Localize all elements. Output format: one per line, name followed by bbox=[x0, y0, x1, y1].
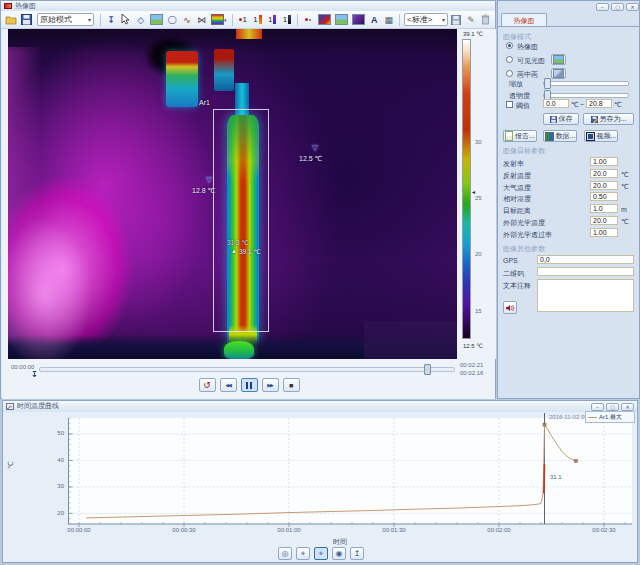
edit-preset-button[interactable]: ✎ bbox=[465, 13, 478, 27]
param-input[interactable] bbox=[590, 169, 618, 178]
marker-up-button[interactable]: ↥ bbox=[350, 547, 364, 560]
fast-forward-button[interactable]: ▶▶ bbox=[262, 378, 279, 392]
left-marker-icon[interactable]: ▽ bbox=[206, 175, 212, 184]
param-input[interactable] bbox=[590, 157, 618, 166]
anchor-tool-button[interactable]: ↧ bbox=[105, 13, 118, 27]
thermal-image[interactable]: Ar1 ▽ 12.8 ℃ ▽ 12.5 ℃ 31.3 ℃ ▲ 39.1 ℃ bbox=[8, 29, 457, 359]
crosshair-icon: ⌖ bbox=[301, 549, 306, 559]
note-textarea[interactable] bbox=[537, 279, 634, 312]
param-input[interactable] bbox=[590, 204, 618, 213]
param-input[interactable] bbox=[590, 228, 618, 237]
cursor-track-button[interactable]: ⌖ bbox=[314, 547, 328, 560]
colorbar-panel: 39.1 ℃ 30 25 20 15 ◄ 12.5 ℃ bbox=[457, 29, 496, 359]
zoom-slider-knob[interactable] bbox=[544, 78, 551, 89]
mode-group-title: 图像模式 bbox=[503, 32, 531, 42]
video-button[interactable]: 视频... bbox=[584, 130, 618, 142]
threshold-min-input[interactable] bbox=[543, 99, 569, 108]
threshold-checkbox[interactable] bbox=[506, 101, 513, 108]
tab-thermal[interactable]: 热像图 bbox=[501, 13, 547, 27]
cursor-tool-button[interactable] bbox=[120, 13, 133, 27]
cursor-arrow-icon bbox=[121, 14, 130, 25]
dock-minimize-button[interactable]: − bbox=[596, 3, 609, 11]
dock-close-button[interactable]: ✕ bbox=[626, 3, 639, 11]
cursor-marker-button[interactable]: ⌖ bbox=[296, 547, 310, 560]
thermal-toolbar: 原始模式 ▾ ↧ ◇ ◯ ∿ ⋈ ▾ 1 1 1 1 A ▦ <标准> ▾ bbox=[1, 11, 495, 29]
save-button[interactable]: 保存 bbox=[543, 113, 579, 125]
timeline-thumb[interactable] bbox=[424, 364, 431, 375]
y-tick-label: 50 bbox=[47, 430, 64, 436]
param-label: 相对湿度 bbox=[503, 194, 531, 204]
toolbar-separator bbox=[100, 14, 101, 26]
palette-preview-2-button[interactable] bbox=[334, 13, 349, 27]
data-button[interactable]: 数据... bbox=[543, 130, 577, 142]
tab-strip-line bbox=[498, 26, 639, 27]
chart-maximize-button[interactable]: ▢ bbox=[606, 403, 619, 411]
marker-1-button[interactable]: 1 bbox=[251, 13, 264, 27]
open-file-button[interactable] bbox=[4, 13, 18, 27]
chart-plot[interactable] bbox=[67, 413, 635, 527]
palette-preview-1-button[interactable] bbox=[317, 13, 332, 27]
report-button[interactable]: 报告... bbox=[503, 130, 537, 142]
gps-input[interactable] bbox=[537, 255, 634, 264]
tab-thermal-label: 热像图 bbox=[514, 17, 535, 24]
text-annotation-button[interactable]: A bbox=[368, 13, 381, 27]
marker-2-button[interactable]: 1 bbox=[266, 13, 279, 27]
show-points-button[interactable]: ◉ bbox=[332, 547, 346, 560]
chart-close-button[interactable]: ✕ bbox=[621, 403, 634, 411]
spot-tool-button[interactable]: ◇ bbox=[134, 13, 147, 27]
video-film-icon bbox=[586, 132, 595, 141]
line-profile-tool-button[interactable]: ⋈ bbox=[195, 13, 208, 27]
green-cup-blob bbox=[224, 341, 254, 359]
visible-image-pick-button[interactable] bbox=[551, 54, 566, 65]
colorbar-pointer-icon[interactable]: ◄ bbox=[471, 189, 476, 195]
arrow-up-icon: ↥ bbox=[354, 549, 361, 558]
timeline-track[interactable] bbox=[39, 367, 455, 372]
radio-thermal-label[interactable]: 热像图 bbox=[517, 42, 538, 52]
marker-3-button[interactable]: 1 bbox=[281, 13, 294, 27]
qr-input[interactable] bbox=[537, 267, 634, 276]
mini-curve-icon bbox=[7, 405, 13, 410]
param-input[interactable] bbox=[590, 181, 618, 190]
colorbar-gradient[interactable] bbox=[462, 39, 471, 339]
hot-spot-marker-button[interactable]: 1 bbox=[236, 13, 249, 27]
audio-note-button[interactable] bbox=[503, 301, 517, 314]
rect-roi-tool-button[interactable] bbox=[149, 13, 164, 27]
pip-pick-button[interactable] bbox=[551, 68, 566, 79]
replay-button[interactable]: ↺ bbox=[199, 378, 216, 392]
dock-maximize-button[interactable]: ▢ bbox=[611, 3, 624, 11]
radio-pip[interactable] bbox=[506, 70, 513, 77]
opacity-slider[interactable] bbox=[543, 93, 629, 98]
pause-icon bbox=[250, 382, 252, 389]
param-unit: ℃ bbox=[621, 183, 629, 191]
y-tick-label: 20 bbox=[47, 510, 64, 516]
x-tick-label: 00:00:30 bbox=[163, 527, 205, 533]
right-marker-icon[interactable]: ▽ bbox=[312, 143, 318, 152]
display-mode-select[interactable]: 原始模式 ▾ bbox=[37, 13, 94, 26]
pause-button[interactable] bbox=[241, 378, 258, 392]
show-curve-button[interactable]: ◎ bbox=[278, 547, 292, 560]
stop-button[interactable]: ■ bbox=[283, 378, 300, 392]
fusion-preset-select[interactable]: <标准> ▾ bbox=[404, 13, 448, 26]
delete-preset-button[interactable] bbox=[479, 13, 492, 27]
save-as-button[interactable]: 另存为... bbox=[583, 113, 634, 125]
chart-window: 时间温度曲线 − ▢ ✕ ℃ 20304050 00:00:0000:00:30… bbox=[2, 400, 638, 563]
roi-rectangle[interactable] bbox=[213, 109, 269, 332]
palette-preview-3-button[interactable] bbox=[351, 13, 366, 27]
histogram-button[interactable]: ▦ bbox=[382, 13, 395, 27]
param-input[interactable] bbox=[590, 192, 618, 201]
zoom-slider[interactable] bbox=[543, 81, 629, 86]
radio-visible[interactable] bbox=[506, 56, 513, 63]
save-preset-button[interactable] bbox=[450, 13, 463, 27]
save-file-button[interactable] bbox=[20, 13, 33, 27]
rewind-button[interactable]: ◀◀ bbox=[220, 378, 237, 392]
ellipse-roi-tool-button[interactable]: ◯ bbox=[166, 13, 179, 27]
radio-visible-label[interactable]: 可见光图 bbox=[517, 56, 545, 66]
radio-thermal[interactable] bbox=[506, 42, 513, 49]
threshold-max-input[interactable] bbox=[586, 99, 612, 108]
palette-tool-button[interactable]: ▾ bbox=[210, 13, 228, 27]
dot-tool-button[interactable] bbox=[302, 13, 315, 27]
center-marker-icon[interactable]: ▲ bbox=[231, 248, 237, 254]
chart-minimize-button[interactable]: − bbox=[591, 403, 604, 411]
param-input[interactable] bbox=[590, 216, 618, 225]
polyline-tool-button[interactable]: ∿ bbox=[181, 13, 194, 27]
